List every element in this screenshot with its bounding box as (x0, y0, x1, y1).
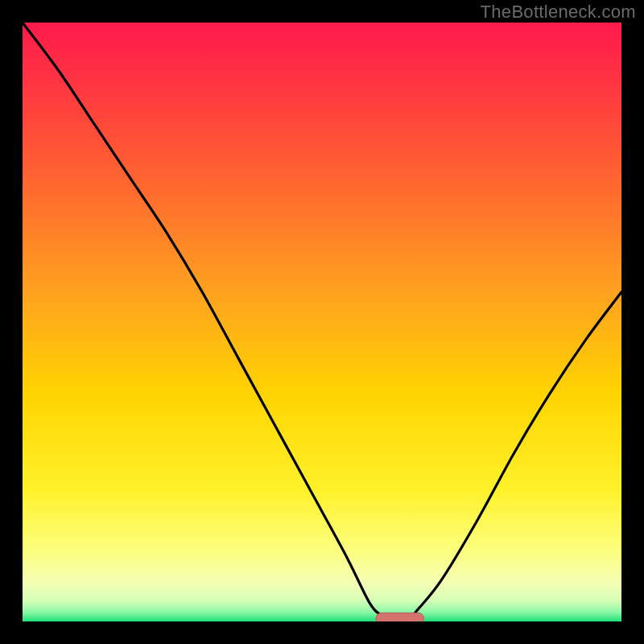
watermark-text: TheBottleneck.com (481, 2, 636, 23)
optimal-marker (376, 613, 424, 621)
plot-area (23, 23, 621, 621)
gradient-background (23, 23, 621, 621)
chart-frame: TheBottleneck.com (0, 0, 644, 644)
bottleneck-chart-svg (23, 23, 621, 621)
